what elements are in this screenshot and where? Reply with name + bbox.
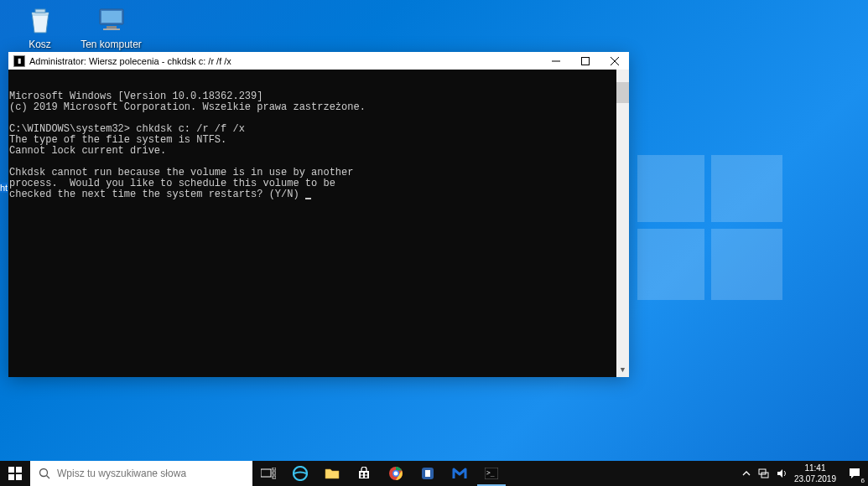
svg-rect-15: [261, 469, 271, 477]
folder-icon: [325, 467, 340, 480]
window-title: Administrator: Wiersz polecenia - chkdsk…: [29, 56, 541, 66]
svg-rect-9: [8, 467, 14, 473]
malwarebytes-icon: [452, 466, 467, 481]
svg-rect-2: [101, 11, 122, 23]
network-icon: [757, 468, 769, 479]
terminal-output[interactable]: Microsoft Windows [Version 10.0.18362.23…: [8, 70, 629, 377]
search-icon: [39, 468, 50, 479]
svg-rect-18: [273, 476, 276, 478]
windows-logo-icon: [8, 467, 22, 480]
terminal-line: (c) 2019 Microsoft Corporation. Wszelkie…: [9, 101, 366, 113]
terminal-line: process. Would you like to schedule this…: [9, 178, 335, 189]
maximize-button[interactable]: [570, 52, 600, 70]
terminal-line: C:\WINDOWS\system32> chkdsk c: /r /f /x: [9, 123, 245, 135]
action-center-button[interactable]: 6: [841, 461, 868, 486]
desktop-icon-label: Kosz: [8, 39, 71, 50]
recycle-bin-icon: [23, 3, 57, 36]
svg-rect-4: [103, 28, 120, 30]
taskbar-app-chrome[interactable]: [380, 461, 412, 486]
scroll-thumb[interactable]: [616, 82, 629, 103]
svg-point-26: [394, 472, 398, 476]
terminal-line: Chkdsk cannot run because the volume is …: [9, 167, 353, 178]
taskbar-app-unknown-blue[interactable]: [412, 461, 444, 486]
wallpaper-windows-logo: [637, 155, 784, 302]
scrollbar[interactable]: ▲ ▼: [616, 70, 629, 377]
app-icon: [421, 467, 434, 480]
taskbar-app-edge[interactable]: [284, 461, 316, 486]
terminal-line: The type of the file system is NTFS.: [9, 134, 226, 146]
svg-point-13: [40, 469, 48, 477]
tray-overflow-button[interactable]: [742, 469, 751, 478]
desktop-icon-recycle-bin[interactable]: Kosz: [8, 3, 71, 50]
taskbar-app-store[interactable]: [348, 461, 380, 486]
svg-rect-23: [365, 476, 367, 478]
chevron-up-icon: [742, 469, 751, 478]
selection-artifact: ht: [0, 183, 8, 193]
svg-rect-11: [8, 474, 14, 480]
command-prompt-window: ▮ Administrator: Wiersz polecenia - chkd…: [8, 52, 629, 377]
svg-rect-31: [759, 469, 766, 474]
svg-rect-12: [16, 474, 22, 480]
terminal-line: Microsoft Windows [Version 10.0.18362.23…: [9, 90, 262, 102]
system-tray: 11:41 23.07.2019: [737, 461, 841, 486]
close-icon: [611, 57, 619, 65]
store-icon: [357, 467, 371, 480]
tray-clock[interactable]: 11:41 23.07.2019: [794, 463, 836, 484]
scroll-down-button[interactable]: ▼: [616, 364, 629, 377]
taskbar-app-malwarebytes[interactable]: [444, 461, 476, 486]
minimize-icon: [552, 57, 560, 65]
maximize-icon: [581, 57, 590, 65]
titlebar[interactable]: ▮ Administrator: Wiersz polecenia - chkd…: [8, 52, 629, 70]
terminal-line: Cannot lock current drive.: [9, 145, 166, 157]
svg-rect-3: [107, 26, 117, 28]
svg-rect-20: [361, 473, 363, 475]
terminal-cursor: [305, 198, 311, 199]
svg-rect-6: [581, 57, 589, 65]
notification-badge: 6: [861, 477, 865, 484]
taskbar: >_ 11:41 23.07.2019 6: [0, 461, 868, 486]
svg-rect-0: [35, 9, 45, 13]
cmd-taskbar-icon: >_: [485, 468, 498, 479]
svg-rect-32: [761, 473, 768, 478]
terminal-line: checked the next time the system restart…: [9, 189, 305, 200]
clock-time: 11:41: [794, 463, 836, 473]
svg-rect-16: [273, 468, 276, 470]
svg-rect-22: [361, 476, 363, 478]
svg-text:>_: >_: [486, 469, 495, 477]
chrome-icon: [388, 466, 403, 481]
desktop-icon-label: Ten komputer: [80, 39, 143, 50]
start-button[interactable]: [0, 461, 30, 486]
notification-icon: [848, 467, 861, 480]
search-input[interactable]: [57, 468, 252, 479]
close-button[interactable]: [600, 52, 629, 70]
clock-date: 23.07.2019: [794, 473, 836, 484]
svg-line-14: [47, 476, 50, 479]
desktop-icon-this-pc[interactable]: Ten komputer: [80, 3, 143, 50]
this-pc-icon: [95, 3, 128, 36]
svg-rect-21: [365, 473, 367, 475]
edge-icon: [293, 466, 308, 481]
tray-network-button[interactable]: [757, 468, 769, 479]
tray-volume-button[interactable]: [776, 468, 787, 479]
svg-rect-10: [16, 467, 22, 473]
svg-rect-17: [273, 472, 276, 474]
taskbar-app-cmd[interactable]: >_: [476, 461, 507, 486]
taskbar-app-explorer[interactable]: [316, 461, 348, 486]
minimize-button[interactable]: [541, 52, 570, 70]
volume-icon: [776, 468, 787, 479]
svg-rect-28: [425, 470, 430, 477]
search-box[interactable]: [30, 461, 252, 486]
task-view-button[interactable]: [252, 461, 284, 486]
task-view-icon: [261, 468, 276, 479]
cmd-icon: ▮: [13, 55, 25, 67]
